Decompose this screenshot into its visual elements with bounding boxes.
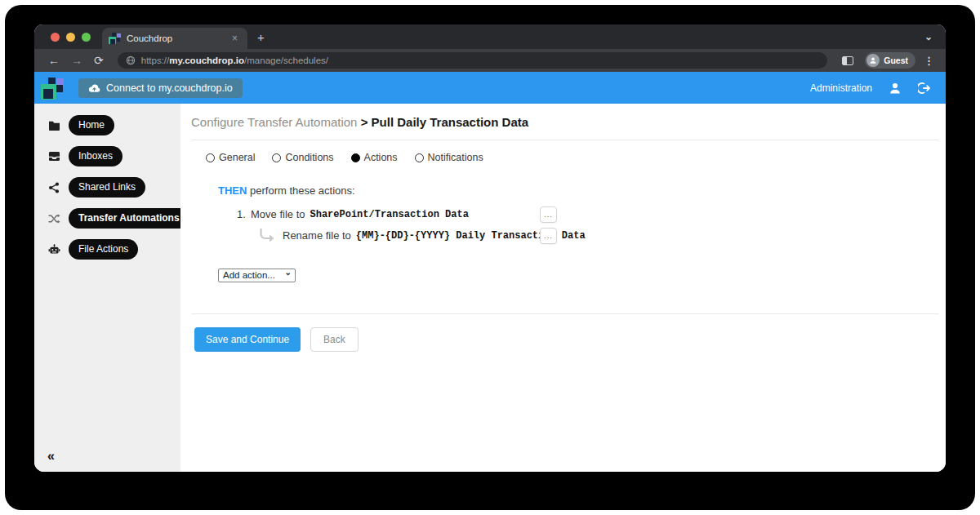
cloud-upload-icon <box>88 83 100 93</box>
browser-menu-icon[interactable]: ⋮ <box>920 55 938 67</box>
breadcrumb-current: Pull Daily Transaction Data <box>372 115 529 129</box>
step-notifications-radio[interactable] <box>415 153 424 162</box>
sidebar-label-transfer-automations: Transfer Automations <box>69 208 189 229</box>
sidebar-collapse-button[interactable]: « <box>47 449 55 464</box>
sidebar-label-file-actions: File Actions <box>69 239 138 260</box>
title-divider <box>191 140 939 140</box>
step-general-radio[interactable] <box>206 153 215 162</box>
minimize-window-button[interactable] <box>66 33 75 42</box>
action-move-destination: SharePoint/Transaction Data <box>310 209 468 220</box>
profile-button[interactable]: Guest <box>865 52 915 69</box>
administration-link[interactable]: Administration <box>810 82 872 94</box>
sidebar-item-shared-links[interactable]: Shared Links <box>34 177 180 198</box>
back-icon[interactable]: ← <box>42 55 65 66</box>
logout-icon[interactable] <box>918 82 931 95</box>
robot-icon <box>47 243 60 256</box>
browser-tab-couchdrop[interactable]: Couchdrop × <box>102 28 247 49</box>
back-button[interactable]: Back <box>310 327 359 352</box>
add-action-select-wrap: Add action... ⌄ <box>218 267 296 282</box>
step-conditions-radio[interactable] <box>272 153 281 162</box>
connect-button[interactable]: Connect to my.couchdrop.io <box>78 78 243 98</box>
step-notifications[interactable]: Notifications <box>415 152 483 163</box>
forward-icon[interactable]: → <box>65 55 88 66</box>
folder-icon <box>47 119 60 132</box>
breadcrumb-parent: Configure Transfer Automation <box>191 115 357 129</box>
sidebar-item-inboxes[interactable]: Inboxes <box>34 146 180 166</box>
form-buttons: Save and Continue Back <box>191 327 939 352</box>
action-index: 1. <box>237 208 251 220</box>
url-domain: my.couchdrop.io <box>169 55 244 65</box>
main-content: Configure Transfer Automation > Pull Dai… <box>180 104 946 472</box>
app-header: Connect to my.couchdrop.io Administratio… <box>34 72 946 104</box>
add-action-select[interactable]: Add action... <box>218 269 296 282</box>
couchdrop-logo <box>41 76 65 100</box>
address-bar[interactable]: https://my.couchdrop.io/manage/schedules… <box>118 52 828 69</box>
wizard-steps: General Conditions Actions Notifications <box>191 152 939 163</box>
action-row-rename-file: Rename file to {MM}-{DD}-{YYYY} Daily Tr… <box>218 229 557 242</box>
side-panel-icon[interactable] <box>842 56 853 65</box>
profile-name: Guest <box>884 55 908 65</box>
url-scheme: https:// <box>141 55 170 65</box>
browser-tabstrip: Couchdrop × + ⌄ <box>34 24 946 49</box>
tab-close-icon[interactable]: × <box>229 32 241 45</box>
action-row-move-file: 1. Move file to SharePoint/Transaction D… <box>218 208 557 220</box>
avatar-icon <box>866 54 880 67</box>
maximize-window-button[interactable] <box>82 33 91 42</box>
elbow-arrow-icon <box>259 229 276 242</box>
breadcrumb-separator: > <box>361 115 368 129</box>
action-menu-button[interactable]: ... <box>540 206 557 223</box>
sidebar-label-inboxes: Inboxes <box>69 146 122 166</box>
traffic-lights <box>51 33 91 42</box>
new-tab-icon[interactable]: + <box>257 30 265 44</box>
sidebar-label-shared-links: Shared Links <box>69 177 145 198</box>
then-statement: THEN perform these actions: <box>218 184 939 197</box>
shuffle-icon <box>47 212 60 225</box>
footer-divider <box>191 313 939 314</box>
actions-section: THEN perform these actions: 1. Move file… <box>191 184 939 242</box>
step-actions[interactable]: Actions <box>351 152 398 163</box>
share-nodes-icon <box>47 181 60 194</box>
sidebar: Home Inboxes Shared Links Transfer Autom… <box>34 104 180 472</box>
globe-icon <box>126 55 136 65</box>
tab-title: Couchdrop <box>127 33 229 43</box>
inbox-icon <box>47 150 60 163</box>
close-window-button[interactable] <box>51 33 60 42</box>
account-icon[interactable] <box>889 82 902 95</box>
connect-button-label: Connect to my.couchdrop.io <box>106 82 233 94</box>
step-general[interactable]: General <box>206 152 255 163</box>
sidebar-label-home: Home <box>69 115 114 135</box>
browser-window: Couchdrop × + ⌄ ← → ⟳ https://my.couchdr… <box>34 24 946 472</box>
step-conditions[interactable]: Conditions <box>272 152 333 163</box>
then-keyword: THEN <box>218 184 247 197</box>
save-and-continue-button[interactable]: Save and Continue <box>194 327 301 352</box>
reload-icon[interactable]: ⟳ <box>88 55 109 66</box>
browser-toolbar: ← → ⟳ https://my.couchdrop.io/manage/sch… <box>34 49 946 72</box>
sidebar-item-transfer-automations[interactable]: Transfer Automations <box>34 208 180 229</box>
sidebar-item-file-actions[interactable]: File Actions <box>34 239 180 260</box>
action-menu-button[interactable]: ... <box>540 228 557 244</box>
page-title: Configure Transfer Automation > Pull Dai… <box>191 115 939 129</box>
couchdrop-favicon <box>109 33 121 45</box>
step-actions-radio[interactable] <box>351 153 360 162</box>
sidebar-item-home[interactable]: Home <box>34 115 180 135</box>
url-path: /manage/schedules/ <box>244 55 328 65</box>
tab-search-chevron-icon[interactable]: ⌄ <box>924 31 933 42</box>
